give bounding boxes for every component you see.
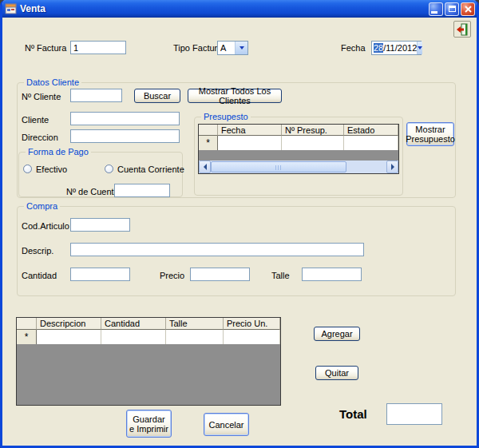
scroll-left-button[interactable] <box>199 161 211 173</box>
factura-label: Nº Factura <box>25 42 66 54</box>
minimize-button[interactable] <box>429 2 443 16</box>
window-title: Venta <box>20 3 429 14</box>
nro-cuenta-label: Nº de Cuenta <box>66 186 119 197</box>
chevron-down-icon <box>240 46 244 50</box>
total-input[interactable] <box>386 403 442 425</box>
column-header-descripcion[interactable]: Descripcion <box>37 318 101 330</box>
fecha-rest: /11/2012 <box>383 43 417 53</box>
direccion-label: Direccion <box>22 132 58 143</box>
column-header-precio-un[interactable]: Precio Un. <box>224 318 280 330</box>
presupuesto-grid-header: Fecha Nº Presup. Estado <box>199 125 398 136</box>
grid-corner-cell[interactable] <box>17 318 37 330</box>
maximize-icon <box>449 6 456 12</box>
scroll-right-icon <box>391 164 394 170</box>
precio-input[interactable] <box>190 268 250 281</box>
buscar-button[interactable]: Buscar <box>134 89 180 103</box>
cell-fecha[interactable] <box>218 136 282 150</box>
guardar-imprimir-button[interactable]: Guardar e Imprimir <box>126 410 172 438</box>
descrip-label: Descrip. <box>22 245 53 256</box>
column-header-nro-presup[interactable]: Nº Presup. <box>282 125 344 136</box>
column-header-talle[interactable]: Talle <box>166 318 224 330</box>
cod-articulo-input[interactable] <box>70 218 130 232</box>
new-row-indicator[interactable]: * <box>17 330 37 344</box>
efectivo-label[interactable]: Efectivo <box>36 164 67 175</box>
grid-empty-area <box>17 344 280 405</box>
mostrar-presupuesto-button[interactable]: Mostrar Presupuesto <box>406 122 454 146</box>
cuenta-corriente-radio[interactable] <box>105 165 113 173</box>
cell-nro-presup[interactable] <box>282 136 344 150</box>
venta-window: Venta Nº Factura Tipo Factura <box>0 0 479 448</box>
nro-cliente-input[interactable] <box>70 89 122 102</box>
detalle-grid: Descripcion Cantidad Talle Precio Un. * <box>16 317 281 406</box>
scrollbar-thumb[interactable] <box>211 161 346 172</box>
compra-title: Compra <box>24 201 60 212</box>
descrip-input[interactable] <box>70 243 364 256</box>
cuenta-corriente-label[interactable]: Cuenta Corriente <box>117 164 184 175</box>
factura-input[interactable] <box>70 41 126 54</box>
tipo-factura-select[interactable]: A <box>217 41 248 55</box>
direccion-input[interactable] <box>70 129 180 143</box>
presupuesto-grid: Fecha Nº Presup. Estado * <box>198 124 399 174</box>
scroll-right-button[interactable] <box>386 161 398 173</box>
presupuesto-new-row[interactable]: * <box>199 136 398 150</box>
column-header-estado[interactable]: Estado <box>344 125 398 136</box>
datos-cliente-title: Datos Cliente <box>24 77 81 88</box>
cancelar-button[interactable]: Cancelar <box>204 413 249 436</box>
tipo-factura-label: Tipo Factura <box>173 42 222 54</box>
precio-label: Precio <box>160 270 184 281</box>
cantidad-label: Cantidad <box>22 270 57 281</box>
title-bar[interactable]: Venta <box>0 0 479 18</box>
column-header-fecha[interactable]: Fecha <box>218 125 282 136</box>
minimize-icon <box>431 11 437 14</box>
cell-descripcion[interactable] <box>37 330 101 344</box>
new-row-indicator[interactable]: * <box>199 136 218 150</box>
cantidad-input[interactable] <box>70 268 130 281</box>
exit-button[interactable] <box>453 21 471 38</box>
nro-cuenta-input[interactable] <box>114 184 170 197</box>
fecha-datepicker[interactable]: 28/11/2012 <box>371 41 422 55</box>
app-icon <box>5 3 17 15</box>
nro-cliente-label: Nº Cliente <box>22 91 61 102</box>
cliente-label: Cliente <box>22 114 49 125</box>
chevron-down-icon <box>418 46 422 50</box>
fecha-day-selected[interactable]: 28 <box>374 43 383 53</box>
cell-precio-un[interactable] <box>224 330 280 344</box>
maximize-button[interactable] <box>445 2 459 16</box>
cell-cantidad[interactable] <box>101 330 166 344</box>
efectivo-radio[interactable] <box>23 165 32 173</box>
cliente-input[interactable] <box>70 112 180 125</box>
tipo-factura-value: A <box>218 43 235 53</box>
horizontal-scrollbar[interactable] <box>199 161 398 173</box>
total-label: Total <box>339 407 367 421</box>
column-header-cantidad[interactable]: Cantidad <box>101 318 166 330</box>
fecha-value: 28/11/2012 <box>372 43 417 53</box>
close-icon <box>465 6 472 13</box>
grid-corner-cell[interactable] <box>199 125 218 136</box>
forma-pago-title: Forma de Pago <box>26 147 91 157</box>
quitar-button[interactable]: Quitar <box>315 366 358 380</box>
talle-input[interactable] <box>302 268 362 281</box>
cell-talle[interactable] <box>166 330 224 344</box>
mostrar-todos-clientes-button[interactable]: Mostrar Todos Los Clientes <box>188 89 282 103</box>
agregar-button[interactable]: Agregar <box>314 327 360 341</box>
detalle-new-row[interactable]: * <box>17 330 280 344</box>
cod-articulo-label: Cod.Articulo <box>22 220 69 232</box>
talle-label: Talle <box>271 270 290 281</box>
fecha-dropdown-button[interactable] <box>417 42 422 54</box>
scroll-left-icon <box>204 164 207 170</box>
grid-empty-area <box>199 150 398 161</box>
presupuesto-title: Presupesto <box>201 112 251 122</box>
fecha-label: Fecha <box>341 42 366 54</box>
tipo-factura-dropdown-button[interactable] <box>235 42 247 54</box>
exit-door-icon <box>456 23 469 36</box>
cell-estado[interactable] <box>344 136 398 150</box>
close-button[interactable] <box>461 2 475 16</box>
detalle-grid-header: Descripcion Cantidad Talle Precio Un. <box>17 318 280 330</box>
